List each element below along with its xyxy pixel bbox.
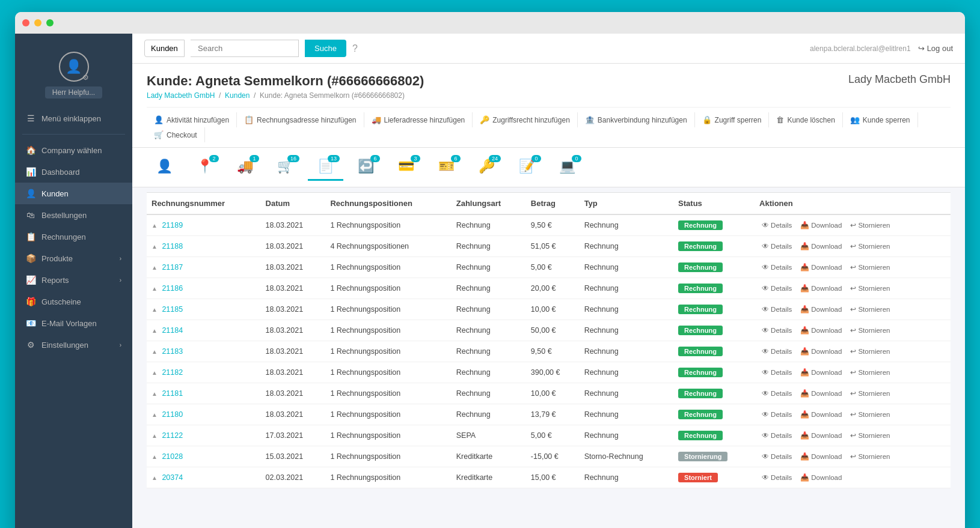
invoice-link[interactable]: 21184 bbox=[162, 326, 183, 335]
invoice-link[interactable]: 21187 bbox=[162, 263, 183, 272]
checkout-button[interactable]: 🛒 Checkout bbox=[147, 127, 205, 142]
invoice-link[interactable]: 21182 bbox=[162, 368, 183, 377]
details-button[interactable]: 👁 Details bbox=[759, 241, 794, 252]
details-button[interactable]: 👁 Details bbox=[759, 430, 794, 441]
tab-rechnungen[interactable]: 📄 13 bbox=[308, 154, 343, 181]
invoice-link[interactable]: 21028 bbox=[162, 452, 183, 461]
stornieren-button[interactable]: ↩ Stornieren bbox=[848, 388, 892, 399]
sidebar-item-kunden[interactable]: 👤 Kunden bbox=[15, 183, 132, 204]
download-button[interactable]: 📥 Download bbox=[798, 367, 844, 378]
expand-icon[interactable]: ▲ bbox=[152, 369, 158, 376]
sidebar-item-company[interactable]: 🏠 Company wählen bbox=[15, 139, 132, 161]
details-button[interactable]: 👁 Details bbox=[759, 346, 794, 357]
download-button[interactable]: 📥 Download bbox=[798, 430, 844, 441]
stornieren-button[interactable]: ↩ Stornieren bbox=[848, 262, 892, 273]
stornieren-button[interactable]: ↩ Stornieren bbox=[848, 346, 892, 357]
expand-icon[interactable]: ▲ bbox=[152, 264, 158, 271]
tab-guthaben[interactable]: 💳 3 bbox=[388, 154, 424, 181]
download-button[interactable]: 📥 Download bbox=[798, 283, 844, 294]
sidebar-menu-collapse[interactable]: ☰ Menü einklappen bbox=[15, 108, 132, 129]
sidebar-item-produkte[interactable]: 📦 Produkte › bbox=[15, 247, 132, 269]
delete-customer-button[interactable]: 🗑 Kunde löschen bbox=[769, 112, 842, 127]
stornieren-button[interactable]: ↩ Stornieren bbox=[848, 220, 892, 231]
sidebar-item-reports[interactable]: 📈 Reports › bbox=[15, 269, 132, 291]
stornieren-button[interactable]: ↩ Stornieren bbox=[848, 304, 892, 315]
expand-icon[interactable]: ▲ bbox=[152, 243, 158, 250]
breadcrumb-company[interactable]: Lady Macbeth GmbH bbox=[147, 91, 215, 100]
expand-icon[interactable]: ▲ bbox=[152, 306, 158, 313]
invoice-link[interactable]: 21188 bbox=[162, 242, 183, 250]
invoice-link[interactable]: 21185 bbox=[162, 305, 183, 314]
stornieren-button[interactable]: ↩ Stornieren bbox=[848, 367, 892, 378]
close-button[interactable] bbox=[22, 19, 29, 26]
download-button[interactable]: 📥 Download bbox=[798, 262, 844, 273]
sidebar-item-email-vorlagen[interactable]: 📧 E-Mail Vorlagen bbox=[15, 312, 132, 334]
breadcrumb-kunden[interactable]: Kunden bbox=[225, 91, 250, 100]
tab-keys[interactable]: 🔑 24 bbox=[469, 154, 504, 181]
help-icon[interactable]: ? bbox=[352, 43, 358, 54]
expand-icon[interactable]: ▲ bbox=[152, 327, 158, 334]
add-access-right-button[interactable]: 🔑 Zugriffsrecht hinzufügen bbox=[473, 112, 578, 127]
block-customer-button[interactable]: 👥 Kunde sperren bbox=[843, 112, 918, 127]
stornieren-button[interactable]: ↩ Stornieren bbox=[848, 241, 892, 252]
tab-geraete[interactable]: 💻 0 bbox=[550, 154, 585, 181]
expand-icon[interactable]: ▲ bbox=[152, 390, 158, 397]
download-button[interactable]: 📥 Download bbox=[798, 409, 844, 420]
tab-lieferung[interactable]: 🚚 1 bbox=[227, 154, 263, 181]
expand-icon[interactable]: ▲ bbox=[152, 411, 158, 418]
invoice-link[interactable]: 21122 bbox=[162, 431, 183, 440]
stornieren-button[interactable]: ↩ Stornieren bbox=[848, 451, 892, 462]
expand-icon[interactable]: ▲ bbox=[152, 285, 158, 292]
sidebar-item-rechnungen[interactable]: 📋 Rechnungen bbox=[15, 226, 132, 247]
download-button[interactable]: 📥 Download bbox=[798, 325, 844, 336]
sidebar-item-einstellungen[interactable]: ⚙ Einstellungen › bbox=[15, 334, 132, 356]
download-button[interactable]: 📥 Download bbox=[798, 388, 844, 399]
stornieren-button[interactable]: ↩ Stornieren bbox=[848, 283, 892, 294]
details-button[interactable]: 👁 Details bbox=[759, 409, 794, 420]
sidebar-item-bestellungen[interactable]: 🛍 Bestellungen bbox=[15, 204, 132, 226]
search-type-select[interactable]: Kunden bbox=[144, 40, 185, 57]
stornieren-button[interactable]: ↩ Stornieren bbox=[848, 430, 892, 441]
download-button[interactable]: 📥 Download bbox=[798, 304, 844, 315]
download-button[interactable]: 📥 Download bbox=[798, 472, 844, 483]
add-bank-button[interactable]: 🏦 Bankverbindung hinzufügen bbox=[578, 112, 695, 127]
expand-icon[interactable]: ▲ bbox=[152, 222, 158, 229]
expand-icon[interactable]: ▲ bbox=[152, 454, 158, 460]
add-activity-button[interactable]: 👤 Aktivität hinzufügen bbox=[147, 112, 237, 127]
details-button[interactable]: 👁 Details bbox=[759, 388, 794, 399]
tab-adressen[interactable]: 📍 2 bbox=[187, 154, 222, 181]
details-button[interactable]: 👁 Details bbox=[759, 262, 794, 273]
add-billing-address-button[interactable]: 📋 Rechnungsadresse hinzufügen bbox=[237, 112, 364, 127]
tab-kontakt[interactable]: 👤 bbox=[147, 154, 182, 181]
expand-icon[interactable]: ▲ bbox=[152, 348, 158, 355]
details-button[interactable]: 👁 Details bbox=[759, 304, 794, 315]
details-button[interactable]: 👁 Details bbox=[759, 367, 794, 378]
stornieren-button[interactable]: ↩ Stornieren bbox=[848, 325, 892, 336]
tab-retouren[interactable]: ↩️ 6 bbox=[348, 154, 384, 181]
details-button[interactable]: 👁 Details bbox=[759, 472, 794, 483]
stornieren-button[interactable]: ↩ Stornieren bbox=[848, 409, 892, 420]
invoice-link[interactable]: 20374 bbox=[162, 473, 183, 482]
search-input[interactable] bbox=[191, 40, 299, 57]
download-button[interactable]: 📥 Download bbox=[798, 241, 844, 252]
invoice-link[interactable]: 21183 bbox=[162, 347, 183, 356]
download-button[interactable]: 📥 Download bbox=[798, 451, 844, 462]
search-button[interactable]: Suche bbox=[305, 40, 346, 57]
details-button[interactable]: 👁 Details bbox=[759, 220, 794, 231]
invoice-link[interactable]: 21180 bbox=[162, 410, 183, 419]
details-button[interactable]: 👁 Details bbox=[759, 451, 794, 462]
invoice-link[interactable]: 21189 bbox=[162, 221, 183, 229]
invoice-link[interactable]: 21186 bbox=[162, 284, 183, 293]
tab-tickets[interactable]: 🎫 6 bbox=[429, 154, 464, 181]
expand-icon[interactable]: ▲ bbox=[152, 475, 158, 481]
add-shipping-address-button[interactable]: 🚚 Lieferadresse hinzufügen bbox=[364, 112, 473, 127]
tab-notizen[interactable]: 📝 0 bbox=[509, 154, 545, 181]
maximize-button[interactable] bbox=[46, 19, 54, 26]
expand-icon[interactable]: ▲ bbox=[152, 432, 158, 439]
logout-button[interactable]: ↪ Log out bbox=[918, 44, 953, 53]
sidebar-item-gutscheine[interactable]: 🎁 Gutscheine bbox=[15, 291, 132, 312]
minimize-button[interactable] bbox=[34, 19, 41, 26]
invoice-link[interactable]: 21181 bbox=[162, 389, 183, 398]
sidebar-item-dashboard[interactable]: 📊 Dashboard bbox=[15, 161, 132, 183]
block-access-button[interactable]: 🔒 Zugriff sperren bbox=[695, 112, 770, 127]
